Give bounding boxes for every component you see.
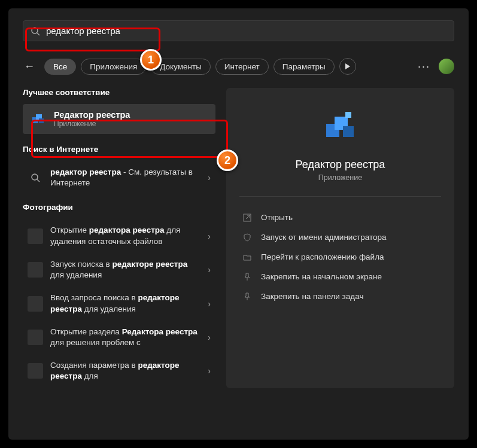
annotation-marker-2: 2 xyxy=(217,150,238,171)
photo-thumb xyxy=(28,363,43,379)
action-open[interactable]: Открыть xyxy=(239,208,441,227)
pin-icon xyxy=(242,292,253,301)
web-search-text: редактор реестра - См. результаты в Инте… xyxy=(50,167,203,188)
best-match-subtitle: Приложение xyxy=(54,120,130,128)
section-best-match: Лучшее соответствие xyxy=(23,88,215,97)
pin-icon xyxy=(242,273,253,281)
more-options-icon[interactable]: ··· xyxy=(418,60,430,73)
photo-thumb xyxy=(28,330,43,345)
action-run-as-admin[interactable]: Запуск от имени администратора xyxy=(239,227,441,247)
photo-thumb xyxy=(28,228,43,244)
svg-point-0 xyxy=(32,28,38,33)
folder-icon xyxy=(242,253,253,261)
preview-title: Редактор реестра xyxy=(296,159,385,171)
open-icon xyxy=(242,214,253,222)
search-window: 1 2 ← Все Приложения Документы Интернет … xyxy=(8,8,469,440)
chevron-right-icon: › xyxy=(208,333,211,342)
photo-thumb xyxy=(28,296,43,312)
back-arrow-icon[interactable]: ← xyxy=(23,60,36,73)
tab-internet[interactable]: Интернет xyxy=(215,59,269,75)
search-icon xyxy=(28,170,43,185)
svg-line-1 xyxy=(37,33,40,35)
section-photos: Фотографии xyxy=(23,203,215,212)
shield-icon xyxy=(242,233,253,242)
user-avatar[interactable] xyxy=(439,59,454,74)
svg-rect-11 xyxy=(345,112,351,118)
photo-item[interactable]: Запуск поиска в редакторе реестра для уд… xyxy=(23,253,215,287)
search-bar[interactable] xyxy=(23,20,454,41)
best-match-item[interactable]: Редактор реестра Приложение xyxy=(23,104,215,134)
best-match-title: Редактор реестра xyxy=(54,110,130,120)
chevron-right-icon: › xyxy=(208,265,211,275)
photo-text: Запуск поиска в редакторе реестра для уд… xyxy=(50,259,203,281)
regedit-icon-large xyxy=(319,105,362,148)
photo-text: Ввод запроса поиска в редакторе реестра … xyxy=(50,292,203,314)
tab-settings[interactable]: Параметры xyxy=(274,59,335,75)
tab-apps[interactable]: Приложения xyxy=(81,59,146,75)
photo-text: Открытие раздела Редактора реестра для р… xyxy=(50,327,203,348)
svg-rect-10 xyxy=(343,126,354,137)
chevron-right-icon: › xyxy=(208,173,211,182)
filter-tabs: ← Все Приложения Документы Интернет Пара… xyxy=(23,58,454,75)
photo-item[interactable]: Открытие редактора реестра для удаления … xyxy=(23,219,215,252)
section-web-search: Поиск в Интернете xyxy=(23,145,215,154)
svg-marker-2 xyxy=(345,63,350,69)
annotation-marker-1: 1 xyxy=(140,49,162,71)
photo-text: Создания параметра в редакторе реестра д… xyxy=(50,360,203,382)
web-search-item[interactable]: редактор реестра - См. результаты в Инте… xyxy=(23,161,215,194)
preview-subtitle: Приложение xyxy=(318,173,362,182)
photo-item[interactable]: Открытие раздела Редактора реестра для р… xyxy=(23,321,215,354)
preview-panel: Редактор реестра Приложение Открыть Запу… xyxy=(226,88,454,388)
chevron-right-icon: › xyxy=(208,366,211,376)
photo-thumb xyxy=(28,262,43,278)
chevron-right-icon: › xyxy=(208,299,211,309)
action-pin-taskbar[interactable]: Закрепить на панели задач xyxy=(239,287,441,306)
svg-rect-5 xyxy=(39,118,44,123)
svg-point-6 xyxy=(32,174,38,180)
action-open-location[interactable]: Перейти к расположению файла xyxy=(239,247,441,267)
action-pin-start[interactable]: Закрепить на начальном экране xyxy=(239,267,441,287)
search-icon xyxy=(31,26,40,36)
tab-all[interactable]: Все xyxy=(44,59,76,75)
regedit-icon xyxy=(30,111,47,127)
photo-item[interactable]: Ввод запроса поиска в редакторе реестра … xyxy=(23,287,215,320)
photo-text: Открытие редактора реестра для удаления … xyxy=(50,225,203,246)
search-input[interactable] xyxy=(46,26,446,36)
tab-more-play[interactable] xyxy=(339,58,356,75)
photo-item[interactable]: Создания параметра в редакторе реестра д… xyxy=(23,354,215,388)
svg-line-7 xyxy=(37,179,40,182)
chevron-right-icon: › xyxy=(208,231,211,241)
results-list: Лучшее соответствие Редактор реестра При… xyxy=(23,88,215,388)
